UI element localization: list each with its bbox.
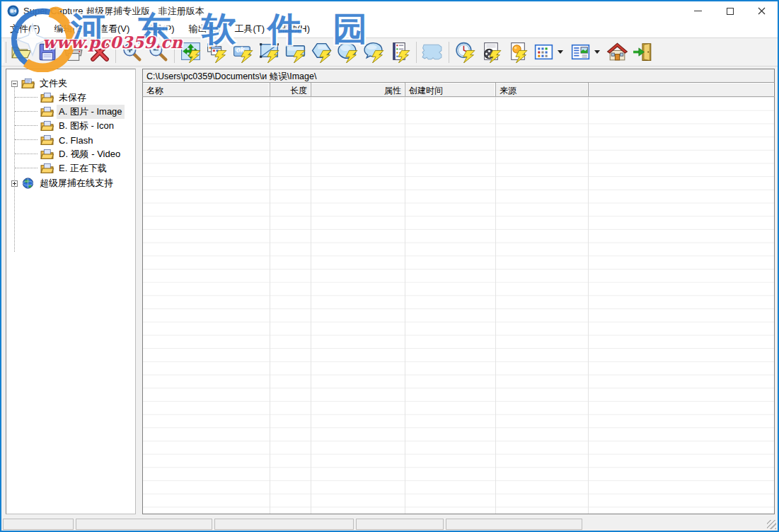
zoom-in-button[interactable] (119, 40, 145, 65)
capture-fixed-region-button[interactable] (256, 40, 282, 65)
status-bar (1, 517, 778, 531)
tree-label[interactable]: E. 正在下载 (57, 161, 109, 175)
tree-guide-line (15, 154, 37, 154)
tree-label[interactable]: C. Flash (57, 134, 95, 146)
capture-freehand-icon (362, 41, 386, 63)
tree-label[interactable]: 文件夹 (37, 76, 69, 91)
toolbar-separator (174, 42, 175, 63)
save-button[interactable] (34, 40, 60, 65)
menu-output[interactable]: 输出(O) (182, 21, 228, 37)
menu-help[interactable]: 帮助(H) (272, 21, 317, 37)
folder-icon (40, 149, 54, 160)
view-details-dropdown-icon[interactable] (594, 50, 600, 57)
open-folder-button[interactable] (8, 40, 34, 65)
delete-button[interactable] (86, 40, 112, 65)
folder-icon (40, 134, 54, 146)
tree-item-video[interactable]: D. 视频 - Video (37, 147, 122, 161)
status-panel (214, 519, 354, 530)
print-button[interactable] (60, 40, 86, 65)
zoom-out-button[interactable] (145, 40, 171, 65)
column-header-attributes[interactable]: 属性 (311, 83, 405, 96)
capture-video-button[interactable] (478, 40, 504, 65)
file-list-view (142, 97, 775, 514)
tree-label[interactable]: B. 图标 - Icon (57, 119, 116, 133)
folder-icon (21, 78, 35, 89)
capture-video-icon (480, 41, 503, 63)
column-header-name[interactable]: 名称 (143, 83, 270, 96)
view-icons-dropdown-icon[interactable] (558, 50, 563, 57)
tree-label-selected[interactable]: A. 图片 - Image (57, 105, 125, 119)
folder-icon (40, 92, 54, 103)
capture-window-button[interactable] (204, 40, 230, 65)
collapse-icon[interactable] (11, 81, 18, 87)
view-details-button[interactable] (567, 40, 594, 65)
tree-guide-line (15, 139, 37, 140)
tree-item-icon[interactable]: B. 图标 - Icon (37, 119, 116, 133)
minimize-icon (694, 11, 702, 11)
capture-polygon-button[interactable] (308, 40, 335, 65)
open-folder-icon (9, 41, 33, 63)
view-icons-button[interactable] (531, 40, 557, 65)
toolbar-grip[interactable] (3, 42, 6, 63)
home-icon (606, 41, 629, 63)
capture-fullscreen-button[interactable] (178, 40, 204, 65)
view-icons-icon (532, 41, 555, 63)
column-header-created[interactable]: 创建时间 (405, 83, 496, 96)
capture-fixed-region-icon (258, 41, 281, 63)
capture-timer-button[interactable] (452, 40, 478, 65)
menu-tools[interactable]: 工具(T) (227, 21, 272, 37)
close-button[interactable] (746, 1, 778, 21)
tree-guide-line (15, 125, 37, 126)
capture-freehand-button[interactable] (361, 40, 387, 65)
column-header-source[interactable]: 来源 (496, 83, 589, 96)
tree-guide-line (15, 111, 37, 112)
column-header-size[interactable]: 长度 (270, 83, 311, 96)
capture-torn-edge-icon (421, 41, 444, 63)
tree-label[interactable]: 未保存 (57, 91, 88, 105)
capture-ellipse-button[interactable] (335, 40, 361, 65)
title-bar[interactable]: Super Capture 超级屏捕专业版 - 非注册版本 (1, 1, 778, 21)
path-bar[interactable]: C:\Users\pc0359\Documents\и 鲦误\Image\ (142, 69, 775, 83)
menu-edit[interactable]: 编辑(E) (47, 21, 92, 37)
capture-fullscreen-icon (179, 41, 202, 63)
expand-icon[interactable] (11, 180, 18, 187)
menu-file[interactable]: 文件(F) (3, 21, 47, 37)
tree-item-downloading[interactable]: E. 正在下载 (37, 161, 109, 175)
maximize-icon (727, 8, 734, 15)
zoom-in-icon (120, 41, 144, 63)
menu-capture[interactable]: 捕捉(P) (137, 21, 181, 37)
menu-bar: 文件(F) 编辑(E) 查看(V) 捕捉(P) 输出(O) 工具(T) 帮助(H… (1, 21, 778, 37)
tree-label[interactable]: 超级屏捕在线支持 (37, 176, 115, 190)
capture-menu-button[interactable] (387, 40, 413, 65)
close-icon (758, 7, 766, 15)
tree-label[interactable]: D. 视频 - Video (57, 147, 122, 161)
toolbar-separator (449, 42, 449, 63)
exit-button[interactable] (630, 40, 657, 65)
tree-root-online-support[interactable]: 超级屏捕在线支持 (11, 176, 115, 190)
tree-root-folders[interactable]: 文件夹 (11, 76, 69, 91)
tree-item-unsaved[interactable]: 未保存 (37, 91, 88, 105)
capture-object-button[interactable]: ok (230, 40, 256, 65)
status-panel (446, 519, 582, 530)
save-icon (35, 41, 59, 63)
ok-button-label: ok (233, 46, 248, 54)
minimize-button[interactable] (682, 1, 714, 21)
capture-image-button[interactable] (504, 40, 531, 65)
tree-item-image[interactable]: A. 图片 - Image (37, 105, 125, 119)
capture-torn-edge-button[interactable] (420, 40, 446, 65)
panel-splitter[interactable] (136, 69, 142, 514)
window-title: Super Capture 超级屏捕专业版 - 非注册版本 (23, 5, 204, 18)
menu-view[interactable]: 查看(V) (92, 21, 137, 37)
exit-icon (632, 41, 655, 63)
capture-rectangle-button[interactable] (282, 40, 308, 65)
folder-tree-panel: 文件夹 未保存 A. 图片 - Image (6, 69, 136, 514)
maximize-button[interactable] (714, 1, 746, 21)
status-panel (76, 519, 212, 530)
capture-timer-icon (454, 41, 477, 63)
capture-ellipse-icon (336, 41, 359, 63)
resize-grip[interactable] (767, 520, 776, 529)
tree-item-flash[interactable]: C. Flash (37, 133, 95, 147)
tree-guide-line (15, 97, 37, 98)
zoom-out-icon (146, 41, 170, 63)
home-button[interactable] (604, 40, 630, 65)
